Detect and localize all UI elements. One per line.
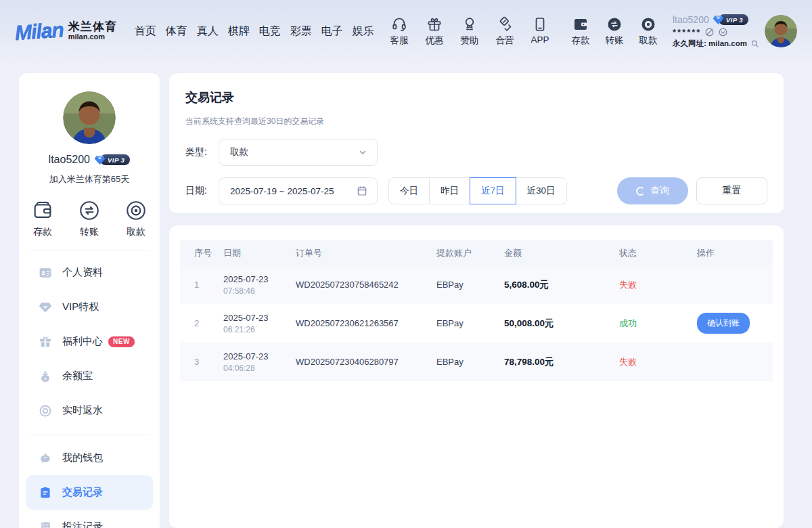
chevron-down-icon bbox=[358, 148, 367, 157]
main-nav: 首页 体育 真人 棋牌 电竞 彩票 电子 娱乐 bbox=[135, 24, 374, 39]
sidebar-avatar[interactable] bbox=[63, 91, 116, 144]
sidebar-item-welfare[interactable]: 福利中心 NEW bbox=[19, 324, 160, 359]
nav-item-sports[interactable]: 体育 bbox=[166, 24, 187, 39]
deposit-link[interactable]: 存款 bbox=[567, 16, 594, 47]
promo-link[interactable]: 优惠 bbox=[421, 16, 448, 47]
trophy-icon bbox=[461, 16, 478, 32]
avatar-image bbox=[765, 15, 797, 47]
gift-icon bbox=[426, 16, 443, 32]
row-order-no: WD202507230621263567 bbox=[296, 318, 436, 328]
row-amount: 78,798.00元 bbox=[504, 356, 619, 368]
row-order-no: WD202507230406280797 bbox=[296, 357, 436, 367]
sidebar-transfer-button[interactable]: 转账 bbox=[78, 199, 101, 238]
sidebar-item-my-wallet[interactable]: 我的钱包 bbox=[19, 441, 160, 475]
transaction-doc-icon bbox=[39, 486, 52, 500]
divider bbox=[30, 250, 149, 251]
sidebar-item-profile[interactable]: 个人资料 bbox=[19, 255, 160, 290]
type-select-value: 取款 bbox=[230, 146, 248, 158]
transfer-outline-icon bbox=[78, 199, 101, 222]
user-info-block: ltao5200 VIP 3 ****** bbox=[673, 14, 759, 49]
nav-item-live[interactable]: 真人 bbox=[197, 24, 219, 39]
header-avatar[interactable] bbox=[765, 15, 797, 47]
phone-icon bbox=[532, 16, 548, 32]
logo-script-text: Milan bbox=[14, 18, 64, 45]
sidebar-item-bets[interactable]: 投注记录 bbox=[19, 510, 160, 528]
table-row: 2 2025-07-23 06:21:26 WD2025072306212635… bbox=[180, 304, 773, 343]
confirm-receipt-button[interactable]: 确认到账 bbox=[697, 313, 750, 334]
money-pot-icon bbox=[39, 370, 52, 383]
row-account: EBPay bbox=[436, 280, 504, 290]
row-datetime: 2025-07-23 06:21:26 bbox=[223, 313, 296, 334]
sidebar-item-rebate[interactable]: 实时返水 bbox=[19, 393, 160, 428]
bet-record-icon bbox=[39, 521, 52, 528]
vip-badge: VIP 3 bbox=[713, 14, 748, 26]
row-datetime: 2025-07-23 07:58:46 bbox=[223, 274, 296, 296]
withdraw-icon bbox=[640, 16, 656, 32]
page-subtitle: 当前系统支持查询最近30日的交易记录 bbox=[185, 116, 767, 127]
sidebar: ltao5200 VIP 3 加入米兰体育第65天 存款 转账 bbox=[19, 73, 160, 528]
app-link[interactable]: APP bbox=[526, 16, 554, 47]
sidebar-item-transactions[interactable]: 交易记录 bbox=[26, 475, 153, 510]
range-today-button[interactable]: 今日 bbox=[388, 177, 430, 204]
sidebar-menu-wallet: 我的钱包 交易记录 投注记录 bbox=[19, 441, 160, 528]
calendar-icon bbox=[357, 185, 367, 196]
sidebar-item-vip[interactable]: VIP特权 bbox=[19, 290, 160, 324]
withdraw-outline-icon bbox=[125, 199, 148, 222]
avatar-image bbox=[63, 91, 116, 144]
date-range-input[interactable]: 2025-07-19 ~ 2025-07-25 bbox=[219, 177, 378, 204]
refresh-circle-icon[interactable] bbox=[718, 27, 728, 37]
row-amount: 5,608.00元 bbox=[504, 279, 619, 291]
nav-item-lottery[interactable]: 彩票 bbox=[290, 24, 312, 39]
nav-item-slots[interactable]: 电子 bbox=[321, 24, 343, 39]
row-index: 3 bbox=[180, 357, 223, 367]
withdraw-link[interactable]: 取款 bbox=[635, 16, 662, 47]
brand-logo[interactable]: Milan 米兰体育 milan.com bbox=[15, 20, 117, 43]
wallet-icon bbox=[572, 16, 589, 32]
query-button[interactable]: 查询 bbox=[617, 177, 688, 204]
vip-diamond-icon bbox=[94, 154, 106, 166]
reset-button[interactable]: 重置 bbox=[696, 177, 767, 204]
transfer-icon bbox=[606, 16, 623, 32]
sidebar-menu: 个人资料 VIP特权 福利中心 NEW bbox=[19, 255, 160, 428]
table-row: 3 2025-07-23 04:06:28 WD2025072304062807… bbox=[180, 343, 773, 381]
masked-balance: ****** bbox=[673, 27, 701, 37]
piggy-bank-icon bbox=[39, 452, 52, 465]
row-order-no: WD202507230758465242 bbox=[296, 280, 436, 290]
row-status: 成功 bbox=[619, 317, 697, 330]
table-header: 序号 日期 订单号 提款账户 金额 状态 操作 bbox=[180, 240, 773, 265]
row-datetime: 2025-07-23 04:06:28 bbox=[223, 351, 296, 373]
row-account: EBPay bbox=[436, 357, 504, 367]
headset-icon bbox=[391, 16, 407, 32]
vip-badge: VIP 3 bbox=[94, 154, 130, 166]
new-badge: NEW bbox=[108, 336, 135, 347]
sidebar-withdraw-button[interactable]: 取款 bbox=[125, 199, 148, 238]
sidebar-deposit-button[interactable]: 存款 bbox=[31, 199, 54, 238]
nav-item-entertainment[interactable]: 娱乐 bbox=[353, 24, 374, 39]
range-yesterday-button[interactable]: 昨日 bbox=[429, 177, 470, 204]
gift-solid-icon bbox=[39, 335, 52, 349]
sidebar-item-yuebao[interactable]: 余额宝 bbox=[19, 359, 160, 393]
range-7days-button[interactable]: 近7日 bbox=[470, 177, 516, 204]
nav-item-home[interactable]: 首页 bbox=[135, 24, 156, 39]
table-row: 1 2025-07-23 07:58:46 WD2025072307584652… bbox=[180, 265, 773, 304]
row-status: 失败 bbox=[619, 356, 697, 368]
header-username[interactable]: ltao5200 bbox=[673, 14, 709, 25]
nav-item-esports[interactable]: 电竞 bbox=[259, 24, 281, 39]
service-link[interactable]: 客服 bbox=[386, 16, 413, 47]
date-range-value: 2025-07-19 ~ 2025-07-25 bbox=[230, 186, 334, 196]
rebate-icon bbox=[39, 404, 52, 418]
type-select[interactable]: 取款 bbox=[219, 139, 378, 166]
row-index: 2 bbox=[180, 318, 223, 328]
type-label: 类型: bbox=[185, 146, 219, 158]
vip-diamond-icon bbox=[713, 14, 724, 26]
nav-item-board[interactable]: 棋牌 bbox=[228, 24, 250, 39]
wallet-outline-icon bbox=[31, 199, 54, 222]
eye-off-icon[interactable] bbox=[704, 27, 715, 37]
sponsor-link[interactable]: 赞助 bbox=[456, 16, 483, 47]
transfer-link[interactable]: 转账 bbox=[601, 16, 628, 47]
date-quick-ranges: 今日 昨日 近7日 近30日 bbox=[388, 177, 567, 204]
magnifier-icon[interactable] bbox=[750, 39, 759, 49]
filters-card: 交易记录 当前系统支持查询最近30日的交易记录 类型: 取款 日期: 2025-… bbox=[169, 73, 784, 213]
range-30days-button[interactable]: 近30日 bbox=[516, 177, 567, 204]
partner-link[interactable]: 合营 bbox=[491, 16, 518, 47]
